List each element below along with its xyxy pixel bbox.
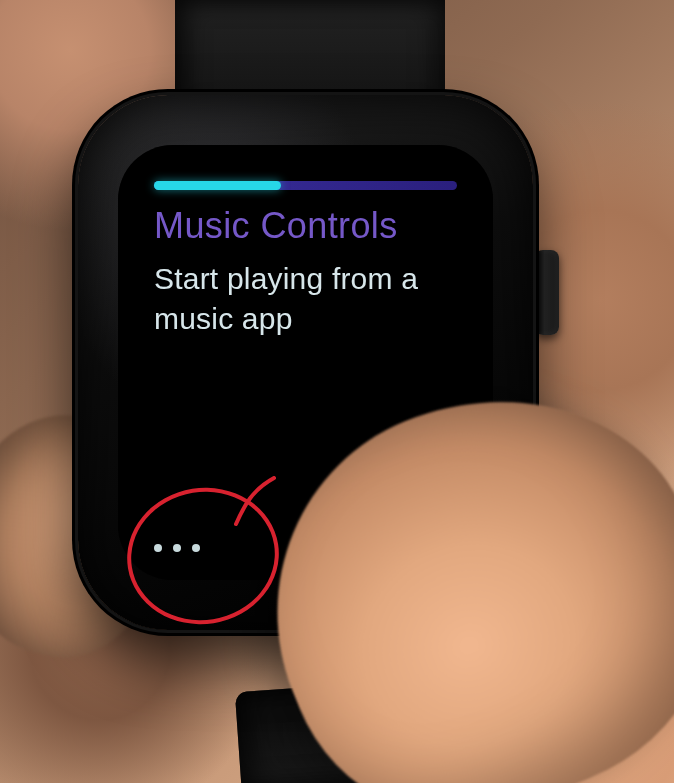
body-line-1: Start playing from a bbox=[154, 262, 418, 295]
more-dots-indicator[interactable] bbox=[154, 544, 200, 552]
body-line-2: music app bbox=[154, 302, 293, 335]
side-button-right[interactable] bbox=[535, 250, 559, 335]
dot-icon bbox=[154, 544, 162, 552]
screen-body-text: Start playing from a music app bbox=[154, 259, 463, 338]
dot-icon bbox=[173, 544, 181, 552]
progress-bar-fill bbox=[154, 181, 281, 190]
progress-bar-track bbox=[154, 181, 457, 190]
photo-scene: Music Controls Start playing from a musi… bbox=[0, 0, 674, 783]
dot-icon bbox=[192, 544, 200, 552]
screen-title: Music Controls bbox=[154, 205, 457, 247]
